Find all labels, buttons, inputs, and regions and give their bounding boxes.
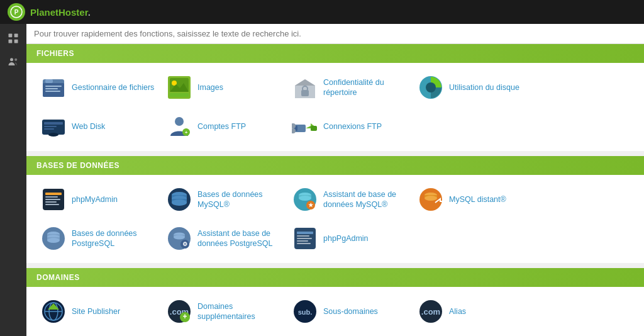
sidebar <box>0 24 26 336</box>
svg-rect-72 <box>297 235 309 237</box>
item-label-phppgadmin: phpPgAdmin <box>323 233 369 244</box>
item-label-comptes-ftp: Comptes FTP <box>197 121 246 132</box>
item-icon-phpmyadmin <box>40 186 67 213</box>
item-icon-sous-domaines: sub. <box>292 298 318 325</box>
item-icon-gestionnaire-fichiers <box>40 74 67 101</box>
items-grid-fichiers: Gestionnaire de fichiersImagesConfidenti… <box>36 69 634 145</box>
section-content-bases-donnees: phpMyAdminBases de données MySQL®★Assist… <box>26 175 644 263</box>
svg-rect-26 <box>44 128 54 130</box>
item-confidentialite-repertoire[interactable]: Confidentialité du répertoire <box>288 69 414 106</box>
svg-rect-10 <box>45 79 53 83</box>
item-label-assistant-mysql: Assistant de base de données MySQL® <box>323 189 410 210</box>
item-icon-alias: .com <box>418 298 444 325</box>
item-phppgadmin[interactable]: phpPgAdmin <box>288 220 414 257</box>
sidebar-icon-grid[interactable] <box>4 29 23 48</box>
search-bar <box>26 24 644 44</box>
svg-point-51 <box>299 196 311 201</box>
item-label-bases-donnees-mysql: Bases de données MySQL® <box>197 189 284 210</box>
section-header-fichiers: FICHIERS <box>26 44 644 63</box>
item-label-sous-domaines: Sous-domaines <box>323 306 378 316</box>
sidebar-icon-users[interactable] <box>4 53 23 72</box>
svg-rect-24 <box>44 122 63 125</box>
items-grid-domaines: Site Publisher.com+Domaines supplémentai… <box>36 293 634 336</box>
item-sous-domaines[interactable]: sub.Sous-domaines <box>288 293 414 330</box>
svg-rect-35 <box>311 126 317 131</box>
item-label-images: Images <box>197 82 223 92</box>
section-content-fichiers: Gestionnaire de fichiersImagesConfidenti… <box>26 63 644 151</box>
brand-icon: P <box>8 3 25 21</box>
brand-logo[interactable]: P PlanetHoster. <box>8 3 91 21</box>
svg-rect-40 <box>45 201 57 203</box>
item-label-assistant-postgresql: Assistant de base de données PostgreSQL <box>197 228 284 249</box>
item-connexions-ftp[interactable]: Connexions FTP <box>288 108 414 145</box>
svg-rect-2 <box>9 34 13 38</box>
item-assistant-postgresql[interactable]: ⚙Assistant de base de données PostgreSQL <box>162 220 288 257</box>
item-redirections[interactable]: .com↩Redirections <box>36 332 162 336</box>
svg-rect-13 <box>45 91 60 92</box>
item-alias[interactable]: .comAlias <box>414 293 540 330</box>
svg-rect-11 <box>45 86 62 87</box>
item-label-domaines-supplementaires: Domaines supplémentaires <box>197 301 284 322</box>
item-phpmyadmin[interactable]: phpMyAdmin <box>36 181 162 218</box>
svg-text:⚙: ⚙ <box>182 241 187 247</box>
item-label-alias: Alias <box>449 306 466 316</box>
item-comptes-ftp[interactable]: +Comptes FTP <box>162 108 288 145</box>
svg-rect-74 <box>297 240 308 242</box>
svg-rect-4 <box>9 40 13 43</box>
item-zone-editor[interactable]: DNSZone Editor <box>162 332 288 336</box>
search-input[interactable] <box>34 29 636 38</box>
svg-text:sub.: sub. <box>298 308 313 316</box>
svg-text:★: ★ <box>308 202 314 208</box>
svg-point-6 <box>10 58 13 61</box>
items-grid-bases-donnees: phpMyAdminBases de données MySQL®★Assist… <box>36 181 634 257</box>
svg-text:+: + <box>185 130 188 135</box>
item-icon-images <box>166 74 192 101</box>
item-icon-site-publisher <box>40 298 67 325</box>
svg-rect-39 <box>45 199 60 200</box>
svg-rect-25 <box>44 126 57 127</box>
item-icon-confidentialite-repertoire <box>292 74 318 101</box>
item-icon-bases-donnees-mysql <box>166 186 192 213</box>
svg-point-67 <box>174 235 185 240</box>
item-label-gestionnaire-fichiers: Gestionnaire de fichiers <box>72 82 154 92</box>
svg-rect-5 <box>14 40 18 43</box>
main-layout: FICHIERSGestionnaire de fichiersImagesCo… <box>0 24 644 336</box>
svg-rect-37 <box>45 193 62 195</box>
svg-rect-9 <box>43 83 64 97</box>
svg-rect-18 <box>170 93 189 97</box>
svg-rect-73 <box>297 238 312 239</box>
item-icon-connexions-ftp <box>292 113 318 140</box>
item-site-publisher[interactable]: Site Publisher <box>36 293 162 330</box>
item-label-confidentialite-repertoire: Confidentialité du répertoire <box>323 77 410 98</box>
item-bases-donnees-postgresql[interactable]: Bases de données PostgreSQL <box>36 220 162 257</box>
item-icon-comptes-ftp: + <box>166 113 192 140</box>
item-web-disk[interactable]: Web Disk <box>36 108 162 145</box>
svg-rect-38 <box>45 196 58 198</box>
brand-name: PlanetHoster. <box>30 7 91 18</box>
top-navbar: P PlanetHoster. <box>0 0 644 24</box>
item-gestionnaire-fichiers[interactable]: Gestionnaire de fichiers <box>36 69 162 106</box>
svg-rect-12 <box>45 88 58 89</box>
item-images[interactable]: Images <box>162 69 288 106</box>
item-domaines-supplementaires[interactable]: .com+Domaines supplémentaires <box>162 293 288 330</box>
item-label-web-disk: Web Disk <box>72 121 105 132</box>
item-mysql-distant[interactable]: MySQL distant® <box>414 181 540 218</box>
item-utilisation-disque[interactable]: Utilisation du disque <box>414 69 540 106</box>
svg-rect-75 <box>297 243 311 244</box>
svg-point-7 <box>14 59 17 61</box>
svg-text:P: P <box>14 9 19 16</box>
svg-rect-41 <box>45 204 59 205</box>
svg-point-22 <box>426 82 436 92</box>
item-bases-donnees-mysql[interactable]: Bases de données MySQL® <box>162 181 288 218</box>
item-label-phpmyadmin: phpMyAdmin <box>72 194 118 204</box>
item-icon-domaines-supplementaires: .com+ <box>166 298 192 325</box>
item-label-utilisation-disque: Utilisation du disque <box>449 82 519 92</box>
content-area: FICHIERSGestionnaire de fichiersImagesCo… <box>26 24 644 336</box>
item-label-bases-donnees-postgresql: Bases de données PostgreSQL <box>72 228 158 249</box>
item-label-mysql-distant: MySQL distant® <box>449 194 506 204</box>
item-icon-bases-donnees-postgresql <box>40 225 67 252</box>
item-assistant-mysql[interactable]: ★Assistant de base de données MySQL® <box>288 181 414 218</box>
sections-container: FICHIERSGestionnaire de fichiersImagesCo… <box>26 44 644 336</box>
svg-rect-3 <box>14 34 18 38</box>
svg-point-47 <box>172 199 187 206</box>
